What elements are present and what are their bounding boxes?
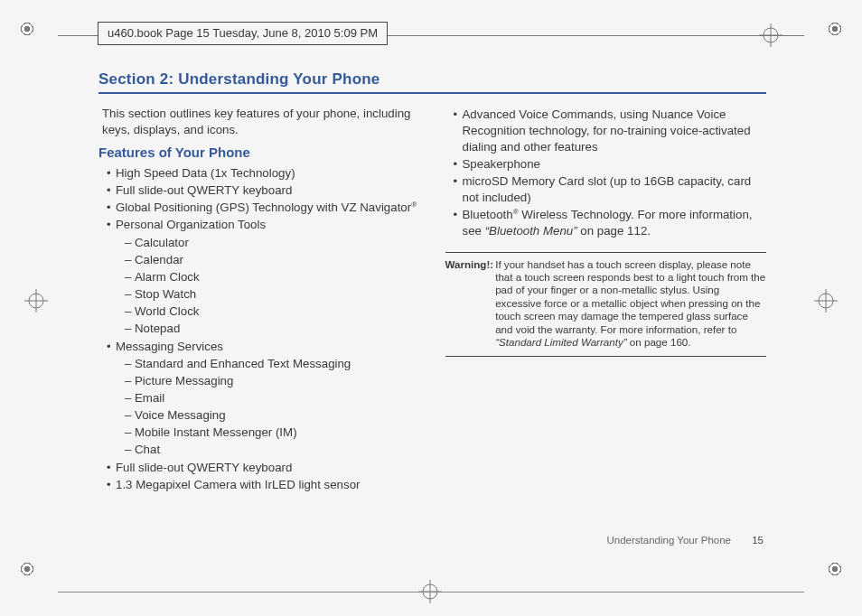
sub-feature-item: Voice Messaging (125, 407, 420, 424)
features-heading: Features of Your Phone (98, 144, 420, 162)
warning-block: Warning!: If your handset has a touch sc… (445, 252, 767, 357)
page-footer: Understanding Your Phone 15 (607, 535, 764, 546)
left-column: This section outlines key features of yo… (98, 106, 420, 494)
registration-target-icon (814, 289, 838, 313)
feature-item: Personal Organization Tools Calculator C… (107, 217, 420, 337)
crop-mark-icon (824, 558, 846, 580)
feature-item-text: on page 112. (577, 224, 651, 238)
footer-label: Understanding Your Phone (607, 535, 731, 546)
sub-feature-item: Notepad (125, 321, 420, 337)
registered-mark-icon: ® (411, 201, 417, 209)
warning-label: Warning!: (445, 258, 496, 350)
feature-item: Messaging Services Standard and Enhanced… (107, 339, 420, 459)
feature-item: 1.3 Megapixel Camera with IrLED light se… (107, 477, 420, 493)
warning-text: If your handset has a touch screen displ… (495, 258, 766, 350)
cross-ref-link: “Standard Limited Warranty” (495, 336, 626, 348)
intro-text: This section outlines key features of yo… (102, 106, 420, 138)
sub-feature-item: Alarm Clock (125, 269, 420, 285)
sub-feature-item: Calendar (125, 252, 420, 268)
sub-feature-item: World Clock (125, 303, 420, 320)
print-stamp: u460.book Page 15 Tuesday, June 8, 2010 … (98, 22, 388, 45)
title-rule (98, 92, 766, 94)
feature-item-text: Global Positioning (GPS) Technology with… (116, 201, 411, 214)
crop-mark-icon (824, 18, 846, 40)
right-column: Advanced Voice Commands, using Nuance Vo… (445, 106, 767, 494)
sub-feature-item: Mobile Instant Messenger (IM) (125, 425, 420, 441)
cross-ref-link: “Bluetooth Menu” (485, 224, 577, 238)
feature-item: Global Positioning (GPS) Technology with… (107, 200, 420, 216)
crop-mark-icon (16, 558, 38, 580)
bottom-rule (58, 592, 804, 593)
print-header: u460.book Page 15 Tuesday, June 8, 2010 … (58, 22, 804, 49)
page-number: 15 (752, 535, 764, 546)
registration-target-icon (24, 289, 48, 313)
warning-text-part: on page 160. (627, 336, 691, 348)
feature-item: Bluetooth® Wireless Technology. For more… (454, 207, 767, 239)
feature-item-text: Messaging Services (116, 340, 223, 353)
warning-text-part: If your handset has a touch screen displ… (495, 258, 765, 335)
feature-item: Full slide-out QWERTY keyboard (107, 460, 420, 476)
feature-item-text: Bluetooth (463, 208, 513, 221)
feature-item: High Speed Data (1x Technology) (107, 165, 420, 182)
sub-feature-item: Stop Watch (125, 286, 420, 303)
page-content: Section 2: Understanding Your Phone This… (98, 70, 766, 494)
sub-feature-item: Email (125, 390, 420, 406)
sub-feature-item: Picture Messaging (125, 373, 420, 389)
feature-item: microSD Memory Card slot (up to 16GB cap… (454, 173, 767, 206)
crop-mark-icon (16, 18, 38, 40)
sub-feature-item: Standard and Enhanced Text Messaging (125, 356, 420, 372)
section-title: Section 2: Understanding Your Phone (98, 70, 766, 89)
feature-item: Speakerphone (454, 156, 767, 173)
sub-feature-item: Calculator (125, 235, 420, 251)
feature-item-text: Personal Organization Tools (116, 218, 266, 231)
sub-feature-item: Chat (125, 442, 420, 458)
feature-item: Advanced Voice Commands, using Nuance Vo… (454, 107, 767, 155)
feature-item: Full slide-out QWERTY keyboard (107, 182, 420, 199)
